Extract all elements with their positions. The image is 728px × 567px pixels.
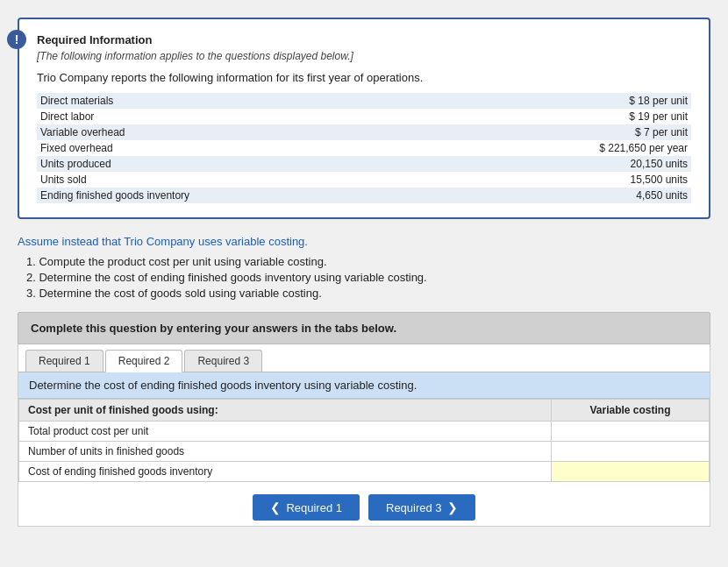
info-table-row: Fixed overhead$ 221,650 per year xyxy=(37,140,691,156)
tab-required-3[interactable]: Required 3 xyxy=(184,350,262,372)
info-table-row: Units sold15,500 units xyxy=(37,172,691,188)
info-intro: Trio Company reports the following infor… xyxy=(37,71,691,84)
prev-label: Required 1 xyxy=(286,501,342,514)
assume-title: Assume instead that Trio Company uses va… xyxy=(18,235,710,248)
instruction-item: 1. Compute the product cost per unit usi… xyxy=(26,255,710,268)
info-subtitle: [The following information applies to th… xyxy=(37,50,691,62)
instruction-item: 3. Determine the cost of goods sold usin… xyxy=(26,287,710,300)
info-label: Fixed overhead xyxy=(37,140,396,156)
next-arrow: ❯ xyxy=(447,500,458,514)
info-title: Required Information xyxy=(37,33,691,46)
info-table-row: Variable overhead$ 7 per unit xyxy=(37,124,691,140)
cost-table: Cost per unit of finished goods using: V… xyxy=(18,399,710,482)
instruction-item: 2. Determine the cost of ending finished… xyxy=(26,271,710,284)
tabs-bar: Required 1Required 2Required 3 xyxy=(18,344,710,372)
info-value: $ 221,650 per year xyxy=(396,140,691,156)
info-label: Units produced xyxy=(37,156,396,172)
cost-label: Cost of ending finished goods inventory xyxy=(19,462,552,482)
tab-content: Determine the cost of ending finished go… xyxy=(18,372,710,482)
assume-section: Assume instead that Trio Company uses va… xyxy=(18,235,710,300)
info-table-row: Direct materials$ 18 per unit xyxy=(37,93,691,109)
tabs-container: Required 1Required 2Required 3 Determine… xyxy=(18,344,710,527)
info-label: Ending finished goods inventory xyxy=(37,188,396,203)
info-table-row: Ending finished goods inventory4,650 uni… xyxy=(37,188,691,203)
info-value: 15,500 units xyxy=(396,172,691,188)
prev-button[interactable]: ❮ Required 1 xyxy=(253,494,360,521)
info-table-row: Units produced20,150 units xyxy=(37,156,691,172)
info-value: $ 7 per unit xyxy=(396,124,691,140)
cost-label: Number of units in finished goods xyxy=(19,442,552,462)
cost-input-2[interactable] xyxy=(555,464,705,479)
cost-label: Total product cost per unit xyxy=(19,422,552,442)
next-button[interactable]: Required 3 ❯ xyxy=(368,494,475,521)
cost-row: Cost of ending finished goods inventory xyxy=(19,462,710,482)
prev-arrow: ❮ xyxy=(270,500,281,514)
cost-row: Number of units in finished goods xyxy=(19,442,710,462)
tab-header: Determine the cost of ending finished go… xyxy=(18,372,710,399)
instructions-list: 1. Compute the product cost per unit usi… xyxy=(18,255,710,300)
tab-required-2[interactable]: Required 2 xyxy=(105,350,183,372)
next-label: Required 3 xyxy=(386,501,442,514)
cost-value-cell xyxy=(552,462,710,482)
info-table-row: Direct labor$ 19 per unit xyxy=(37,109,691,124)
page-container: ! Required Information [The following in… xyxy=(18,18,710,527)
cost-row: Total product cost per unit xyxy=(19,422,710,442)
info-icon: ! xyxy=(7,30,26,49)
cost-value-cell xyxy=(552,442,710,462)
cost-input-1[interactable] xyxy=(555,443,705,459)
info-label: Direct labor xyxy=(37,109,396,124)
col2-header: Variable costing xyxy=(552,400,710,422)
assume-end: . xyxy=(304,235,308,248)
col1-header: Cost per unit of finished goods using: xyxy=(19,400,552,422)
nav-buttons: ❮ Required 1 Required 3 ❯ xyxy=(18,482,710,526)
assume-link: variable costing xyxy=(225,235,304,248)
info-label: Units sold xyxy=(37,172,396,188)
complete-box: Complete this question by entering your … xyxy=(18,312,710,344)
info-table: Direct materials$ 18 per unitDirect labo… xyxy=(37,93,691,203)
info-box: ! Required Information [The following in… xyxy=(18,18,710,219)
info-value: 20,150 units xyxy=(396,156,691,172)
info-value: $ 19 per unit xyxy=(396,109,691,124)
assume-plain: Assume instead that Trio Company uses xyxy=(18,235,225,248)
info-label: Variable overhead xyxy=(37,124,396,140)
info-label: Direct materials xyxy=(37,93,396,109)
cost-input-0[interactable] xyxy=(555,423,705,439)
tab-required-1[interactable]: Required 1 xyxy=(25,350,103,372)
info-value: $ 18 per unit xyxy=(396,93,691,109)
info-value: 4,650 units xyxy=(396,188,691,203)
cost-value-cell xyxy=(552,422,710,442)
